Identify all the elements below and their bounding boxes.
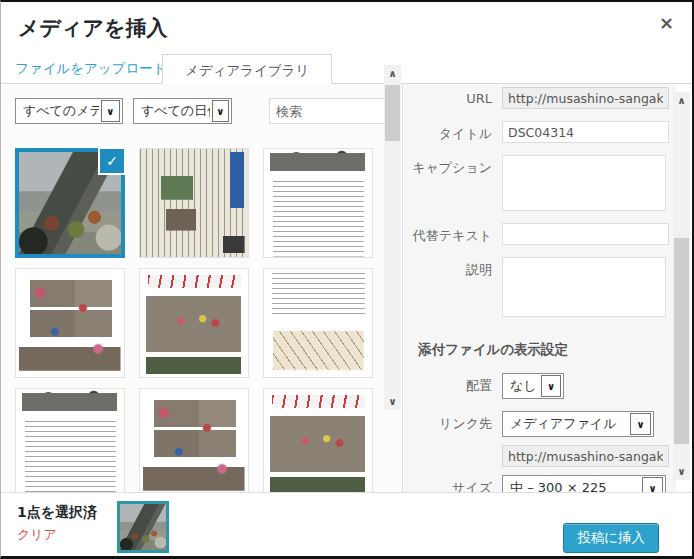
attachment-details-sidebar: URL タイトル キャプション 代替テキスト 説明 添付ファイルの表示設定 配置… xyxy=(404,84,676,492)
scroll-down-icon[interactable]: ∨ xyxy=(673,463,690,480)
alignment-label: 配置 xyxy=(404,373,502,399)
description-label: 説明 xyxy=(404,257,502,317)
media-library-pane: すべてのメディア ∨ すべての日付 ∨ ✓ xyxy=(1,84,403,492)
search-input[interactable] xyxy=(269,98,386,124)
url-field[interactable] xyxy=(502,87,669,109)
chevron-down-icon: ∨ xyxy=(630,413,651,435)
dialog-titlebar: メディアを挿入 × xyxy=(1,2,692,52)
media-thumbnail-news[interactable] xyxy=(139,148,249,258)
media-thumbnail-mountain[interactable]: ✓ xyxy=(15,148,125,258)
link-url-label xyxy=(404,445,502,467)
alignment-select[interactable]: なし ∨ xyxy=(502,373,564,399)
link-to-value: メディアファイル xyxy=(503,415,628,433)
selected-media-preview[interactable] xyxy=(120,504,166,550)
filter-bar: すべてのメディア ∨ すべての日付 ∨ xyxy=(15,98,386,124)
tab-media-library[interactable]: メディアライブラリ xyxy=(162,54,332,84)
caption-field[interactable] xyxy=(502,155,666,211)
media-thumbnail-collage[interactable] xyxy=(15,268,125,378)
media-modal-tabs: ファイルをアップロード メディアライブラリ xyxy=(1,52,692,84)
title-field[interactable] xyxy=(502,121,669,143)
url-label: URL xyxy=(404,87,502,109)
media-thumbnail-mapdoc[interactable] xyxy=(263,268,373,378)
sidebar-scrollbar[interactable]: ∧ ∨ xyxy=(673,92,690,480)
clear-selection-link[interactable]: クリア xyxy=(17,526,57,544)
media-grid: ✓ xyxy=(15,148,375,492)
scroll-up-icon[interactable]: ∧ xyxy=(384,65,401,82)
media-type-value: すべてのメディア xyxy=(16,102,99,120)
media-type-select[interactable]: すべてのメディア ∨ xyxy=(15,98,123,124)
scroll-down-icon[interactable]: ∨ xyxy=(384,393,401,410)
scroll-up-icon[interactable]: ∧ xyxy=(673,92,690,109)
alt-text-label: 代替テキスト xyxy=(404,223,502,245)
chevron-down-icon: ∨ xyxy=(212,100,229,122)
close-icon[interactable]: × xyxy=(659,14,674,32)
display-settings-heading: 添付ファイルの表示設定 xyxy=(418,341,666,359)
sidebar-scrollbar-thumb[interactable] xyxy=(674,238,689,444)
chevron-down-icon: ∨ xyxy=(541,375,561,397)
date-filter-select[interactable]: すべての日付 ∨ xyxy=(133,98,232,124)
alignment-value: なし xyxy=(503,377,539,395)
check-icon[interactable]: ✓ xyxy=(98,148,126,175)
insert-into-post-button[interactable]: 投稿に挿入 xyxy=(563,523,659,553)
description-field[interactable] xyxy=(502,257,666,317)
media-thumbnail-collage[interactable] xyxy=(139,388,249,492)
modal-toolbar: 1点を選択済 クリア 投稿に挿入 xyxy=(1,492,692,558)
title-label: タイトル xyxy=(404,121,502,143)
size-label: サイズ xyxy=(404,475,502,492)
media-thumbnail-chartdoc[interactable] xyxy=(139,268,249,378)
alt-text-field[interactable] xyxy=(502,223,669,245)
link-url-field[interactable] xyxy=(502,445,669,467)
tab-upload-files[interactable]: ファイルをアップロード xyxy=(15,60,167,78)
size-value: 中 – 300 × 225 xyxy=(503,479,640,492)
grid-scrollbar[interactable]: ∧ ∨ xyxy=(384,65,401,410)
link-to-label: リンク先 xyxy=(404,411,502,437)
size-select[interactable]: 中 – 300 × 225 ∨ xyxy=(502,475,666,492)
media-thumbnail-textdoc[interactable] xyxy=(15,388,125,492)
dialog-title: メディアを挿入 xyxy=(18,14,167,42)
date-filter-value: すべての日付 xyxy=(134,102,210,120)
caption-label: キャプション xyxy=(404,155,502,211)
chevron-down-icon: ∨ xyxy=(101,100,120,122)
chevron-down-icon: ∨ xyxy=(642,477,663,492)
selection-count: 1点を選択済 xyxy=(17,504,97,522)
media-thumbnail-textdoc[interactable] xyxy=(263,148,373,258)
link-to-select[interactable]: メディアファイル ∨ xyxy=(502,411,654,437)
media-thumbnail-chartdoc[interactable] xyxy=(263,388,373,492)
grid-scrollbar-thumb[interactable] xyxy=(385,85,400,141)
